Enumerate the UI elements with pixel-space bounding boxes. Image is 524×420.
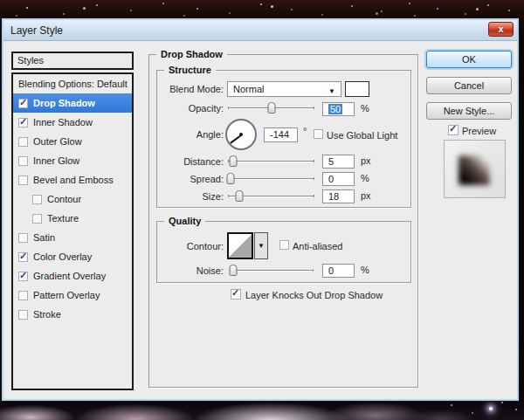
close-button[interactable]: x [488,22,514,37]
checkbox-icon[interactable] [18,233,28,243]
opacity-slider[interactable] [228,101,314,114]
drop-shadow-panel: Drop Shadow Structure Blend Mode: Normal… [148,54,418,388]
checkbox-icon[interactable] [18,291,28,300]
contour-swatch[interactable] [227,232,253,259]
ok-button-label: OK [462,54,476,65]
opacity-field[interactable]: 50 [322,102,355,116]
sidebar-item-label: Pattern Overlay [33,290,100,300]
checkbox-icon[interactable] [18,272,28,281]
sidebar-item-blending-options[interactable]: Blending Options: Default [13,74,132,93]
slider-thumb[interactable] [229,265,237,276]
spread-slider[interactable] [228,172,314,185]
preview-checkbox[interactable] [448,125,458,135]
sidebar-item-inner-shadow[interactable]: Inner Shadow [13,113,132,132]
layer-style-dialog: Layer Style x Styles Blending Options: D… [2,18,519,401]
angle-value: -144 [270,129,289,140]
size-field[interactable]: 18 [322,189,355,203]
spread-unit: % [361,173,369,183]
structure-legend: Structure [164,64,216,76]
checkbox-icon[interactable] [18,137,28,147]
sidebar-item-label: Texture [47,213,79,224]
opacity-value: 50 [328,104,342,114]
sidebar-item-label: Stroke [33,309,61,320]
ok-button[interactable]: OK [426,51,512,68]
noise-field[interactable]: 0 [322,264,355,278]
sidebar-item-label: Outer Glow [33,136,82,147]
styles-header[interactable]: Styles [11,52,134,70]
use-global-light-label: Use Global Light [327,130,397,141]
angle-dial[interactable] [225,119,257,150]
shadow-color-swatch[interactable] [345,81,369,97]
checkbox-icon[interactable] [18,176,28,185]
distance-unit: px [361,155,371,166]
contour-dropdown-arrow[interactable]: ▼ [254,232,268,259]
sidebar-item-color-overlay[interactable]: Color Overlay [13,247,132,266]
angle-field[interactable]: -144 [264,127,298,142]
sidebar-item-pattern-overlay[interactable]: Pattern Overlay [13,286,132,305]
chevron-down-icon: ▼ [258,242,265,250]
opacity-unit: % [361,103,369,114]
panel-title: Drop Shadow [156,48,227,60]
contour-label: Contour: [157,241,224,251]
anti-aliased-checkbox[interactable] [279,240,289,250]
chevron-down-icon: ▼ [328,85,335,99]
sidebar-item-gradient-overlay[interactable]: Gradient Overlay [13,266,132,286]
blend-mode-select[interactable]: Normal ▼ [227,81,341,97]
cancel-button[interactable]: Cancel [426,77,512,94]
checkbox-icon[interactable] [18,156,28,166]
layer-knocks-out-checkbox[interactable] [231,289,241,300]
sidebar-item-satin[interactable]: Satin [13,228,132,247]
angle-dial-center [239,133,243,136]
quality-legend: Quality [164,215,205,227]
sidebar-item-outer-glow[interactable]: Outer Glow [13,132,132,151]
checkbox-icon[interactable] [32,195,42,204]
use-global-light-checkbox[interactable] [314,129,323,139]
new-style-button[interactable]: New Style... [426,102,512,120]
slider-thumb[interactable] [226,173,234,184]
dialog-content: Styles Blending Options: DefaultDrop Sha… [3,41,517,399]
distance-value: 5 [328,156,334,167]
slider-thumb[interactable] [229,155,237,167]
slider-thumb[interactable] [267,102,275,114]
spread-value: 0 [328,174,334,184]
checkbox-icon[interactable] [18,99,28,108]
checkbox-icon[interactable] [18,252,28,262]
sidebar-item-texture[interactable]: Texture [13,209,132,228]
blend-mode-value: Normal [233,84,264,94]
angle-unit: ° [303,126,307,136]
dialog-titlebar[interactable]: Layer Style x [3,20,517,41]
sidebar-item-contour[interactable]: Contour [13,189,132,209]
size-unit: px [361,190,371,201]
new-style-button-label: New Style... [444,106,495,116]
quality-group: Quality Contour: ▼ Anti-aliased Noise: 0… [156,221,411,283]
sidebar-item-bevel-and-emboss[interactable]: Bevel and Emboss [13,170,132,189]
checkbox-icon[interactable] [18,310,28,320]
distance-slider[interactable] [228,155,314,168]
checkbox-icon[interactable] [32,214,42,224]
noise-slider[interactable] [230,264,314,277]
noise-value: 0 [328,265,334,276]
sidebar-item-label: Bevel and Emboss [33,175,114,185]
noise-label: Noise: [157,265,224,276]
preview-shadow-blob [458,155,490,185]
sidebar-item-label: Contour [47,194,81,204]
sidebar-item-label: Inner Glow [33,155,79,166]
size-label: Size: [157,191,224,202]
sidebar-item-inner-glow[interactable]: Inner Glow [13,151,132,170]
blend-mode-label: Blend Mode: [157,84,224,94]
sidebar-item-label: Color Overlay [33,251,92,262]
checkbox-icon[interactable] [18,118,28,127]
opacity-label: Opacity: [157,103,224,114]
slider-track [230,270,314,271]
slider-thumb[interactable] [235,190,243,202]
size-slider[interactable] [228,189,314,203]
anti-aliased-label: Anti-aliased [293,241,342,251]
cancel-button-label: Cancel [454,80,484,91]
sidebar-item-drop-shadow[interactable]: Drop Shadow [13,93,132,113]
angle-label: Angle: [157,129,224,140]
preview-label: Preview [462,126,496,136]
distance-field[interactable]: 5 [322,155,355,169]
spread-field[interactable]: 0 [322,172,355,186]
sidebar-item-stroke[interactable]: Stroke [13,305,132,324]
slider-track [228,178,314,179]
